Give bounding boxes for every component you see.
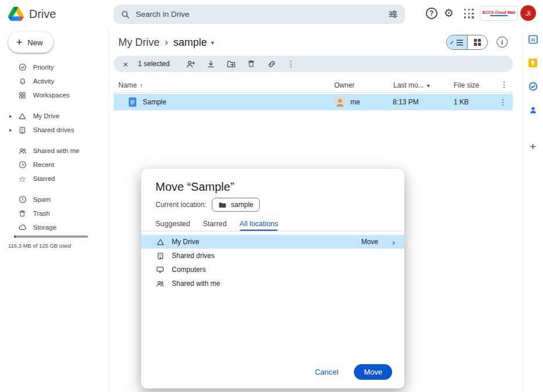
- keep-icon[interactable]: [528, 59, 537, 67]
- account-badge: ECCS Cloud Mail: [480, 6, 518, 21]
- table-row[interactable]: Sample me 8:13 PM 1 KB ⋮: [114, 94, 513, 110]
- list-view-button[interactable]: ✓: [447, 35, 467, 49]
- breadcrumb-root[interactable]: My Drive: [118, 37, 160, 49]
- breadcrumb-current[interactable]: sample ▾: [173, 37, 214, 49]
- column-header-last-modified[interactable]: Last mo... ▾: [393, 81, 430, 89]
- sidebar-item-label: Shared with me: [33, 147, 79, 154]
- sidebar-item-storage[interactable]: Storage: [0, 220, 109, 234]
- column-header-owner[interactable]: Owner: [334, 81, 354, 89]
- my-drive-icon: [155, 238, 165, 246]
- apps-grid-icon[interactable]: [464, 9, 474, 19]
- sidebar-item-my-drive[interactable]: ▸ My Drive: [0, 109, 109, 123]
- sidebar-item-label: Workspaces: [33, 92, 70, 99]
- grid-view-icon: [474, 39, 481, 46]
- tab-starred[interactable]: Starred: [203, 216, 227, 231]
- settings-gear-icon[interactable]: ⚙: [444, 7, 454, 20]
- owner-avatar: [334, 96, 346, 108]
- drive-brand[interactable]: Drive: [8, 5, 56, 23]
- tab-suggested[interactable]: Suggested: [155, 216, 190, 231]
- selection-toolbar: × 1 selected ⋮: [114, 56, 513, 72]
- search-filters-icon[interactable]: [388, 9, 398, 19]
- drive-logo-icon: [8, 7, 24, 21]
- move-to-folder-icon[interactable]: [226, 59, 236, 69]
- share-person-add-icon[interactable]: [185, 59, 196, 69]
- row-more-actions-icon[interactable]: ⋮: [499, 97, 505, 107]
- sidebar-nav: Priority Activity Workspaces ▸ My Drive …: [0, 60, 109, 234]
- current-location-label: Current location:: [155, 201, 207, 209]
- account-badge-label: ECCS Cloud Mail: [483, 10, 516, 14]
- plus-icon: +: [16, 37, 23, 48]
- help-icon[interactable]: ?: [426, 8, 437, 19]
- calendar-icon[interactable]: 31: [528, 35, 538, 44]
- sidebar-item-label: My Drive: [33, 112, 59, 119]
- location-row-computers[interactable]: Computers: [141, 263, 404, 277]
- sidebar-item-starred[interactable]: ☆ Starred: [0, 172, 109, 186]
- move-button[interactable]: Move: [354, 364, 392, 380]
- column-header-name[interactable]: Name ↑: [118, 81, 143, 89]
- cancel-button[interactable]: Cancel: [315, 368, 338, 376]
- column-header-file-size[interactable]: File size: [454, 81, 479, 89]
- avatar[interactable]: Ji: [520, 5, 536, 21]
- sidebar-item-spam[interactable]: Spam: [0, 193, 109, 206]
- copy-link-icon[interactable]: [266, 59, 277, 69]
- details-info-icon[interactable]: i: [497, 37, 508, 48]
- sidebar-item-recent[interactable]: Recent: [0, 158, 109, 172]
- sidebar-item-label: Storage: [33, 224, 56, 231]
- sidebar-item-priority[interactable]: Priority: [0, 60, 109, 74]
- recent-clock-icon: [17, 160, 27, 169]
- account-badge-underline: [490, 15, 508, 16]
- sidebar-item-shared-with-me[interactable]: Shared with me: [0, 144, 109, 158]
- contacts-icon[interactable]: [528, 106, 538, 115]
- sidebar: + New Priority Activity Workspaces ▸ My …: [0, 28, 109, 392]
- location-row-shared-drives[interactable]: Shared drives: [141, 249, 404, 263]
- breadcrumb-chevron-icon: ›: [165, 37, 168, 48]
- sidebar-item-activity[interactable]: Activity: [0, 74, 109, 88]
- sidebar-item-workspaces[interactable]: Workspaces: [0, 88, 109, 102]
- shared-drives-icon: [17, 126, 27, 135]
- breadcrumb-dropdown-icon[interactable]: ▾: [211, 39, 214, 46]
- sidebar-item-shared-drives[interactable]: ▸ Shared drives: [0, 123, 109, 137]
- move-here-label[interactable]: Move: [361, 238, 378, 246]
- column-settings-icon[interactable]: ⋮: [500, 80, 506, 89]
- sidebar-item-label: Starred: [33, 175, 55, 182]
- location-label: Computers: [172, 266, 395, 274]
- starred-icon: ☆: [17, 175, 27, 183]
- sidebar-item-trash[interactable]: Trash: [0, 206, 109, 220]
- grid-view-button[interactable]: [467, 35, 488, 49]
- location-row-my-drive[interactable]: My Drive Move ›: [141, 235, 404, 249]
- expand-caret-icon[interactable]: ▸: [9, 127, 12, 133]
- file-owner: me: [350, 98, 360, 106]
- spam-icon: [17, 195, 27, 204]
- priority-icon: [17, 63, 27, 72]
- current-location-chip[interactable]: sample: [212, 198, 260, 212]
- file-size: 1 KB: [454, 98, 469, 106]
- trash-icon[interactable]: [246, 59, 256, 68]
- clear-selection-icon[interactable]: ×: [123, 59, 128, 69]
- new-button[interactable]: + New: [8, 32, 53, 53]
- tab-all-locations[interactable]: All locations: [240, 216, 278, 231]
- get-addons-icon[interactable]: +: [530, 141, 536, 152]
- dialog-tabs: Suggested Starred All locations: [155, 216, 278, 231]
- more-actions-icon[interactable]: ⋮: [287, 59, 292, 68]
- search-input[interactable]: Search in Drive: [136, 10, 382, 19]
- current-location-row: Current location: sample: [155, 198, 260, 212]
- location-row-shared-with-me[interactable]: Shared with me: [141, 277, 404, 291]
- chevron-right-icon[interactable]: ›: [392, 237, 395, 247]
- sidebar-item-label: Recent: [33, 161, 54, 168]
- tasks-icon[interactable]: [528, 82, 538, 91]
- tabs-divider: [141, 231, 404, 231]
- location-label: My Drive: [172, 238, 354, 246]
- download-icon[interactable]: [205, 59, 216, 69]
- docs-file-icon: [129, 97, 136, 107]
- activity-bell-icon: [17, 77, 27, 86]
- search-bar[interactable]: Search in Drive: [114, 5, 405, 24]
- folder-icon: [218, 201, 227, 209]
- storage-usage-fill: [14, 235, 16, 238]
- shared-drives-icon: [155, 252, 165, 260]
- sort-arrow-icon: ↑: [140, 82, 143, 89]
- expand-caret-icon[interactable]: ▸: [9, 113, 12, 119]
- list-view-icon: [456, 39, 464, 46]
- workspaces-icon: [17, 91, 27, 100]
- current-location-chip-label: sample: [231, 201, 254, 209]
- table-header: Name ↑ Owner Last mo... ▾ File size ⋮: [114, 79, 513, 93]
